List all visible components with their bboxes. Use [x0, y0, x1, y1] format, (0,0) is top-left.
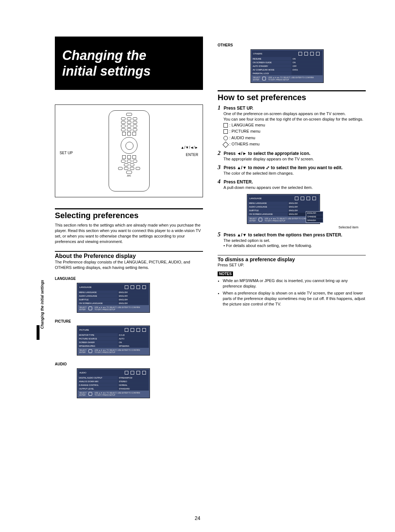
step3-num: 3 — [218, 164, 221, 170]
step5-desc2: • For details about each setting, see th… — [223, 243, 366, 248]
step4-title: Press ENTER. — [223, 179, 253, 185]
remote-body: JVC — [109, 110, 150, 191]
step3-title: Press ▲/▼ to move ⤢ to select the item y… — [223, 165, 342, 170]
page-title-block: Changing the initial settings — [55, 37, 203, 90]
step1-desc2: You can see four icons at the top right … — [223, 117, 366, 122]
side-tab-bar — [37, 325, 40, 340]
menu-language-dropdown: LANGUAGEMENU LANGUAGEENGLISHAUDIO LANGUA… — [247, 194, 320, 224]
menu-picture: PICTUREMONITOR TYPE4:3 LBPICTURE SOURCEA… — [77, 326, 150, 356]
step2-num: 2 — [218, 150, 221, 156]
notes-list: While an MP3/WMA or JPEG disc is inserte… — [223, 278, 366, 307]
heading-selecting-preferences: Selecting preferences — [55, 208, 203, 220]
heading-how-to-set: How to set preferences — [218, 90, 366, 102]
remote-diagram: SET UP ENTER ▲/▼/◄/► JVC — [55, 104, 203, 197]
remote-label-enter: ENTER — [186, 153, 198, 157]
label-audio: AUDIO — [55, 362, 203, 366]
notes-label: NOTES — [218, 271, 233, 276]
step4-desc: A pull-down menu appears over the select… — [223, 185, 366, 190]
note-item: When a preference display is shown on a … — [223, 290, 366, 307]
label-picture: PICTURE — [55, 319, 203, 323]
heading-about-preference: About the Preference display — [55, 251, 203, 259]
step5-title: Press ▲/▼ to select from the options the… — [223, 232, 342, 238]
page-number: 24 — [0, 515, 395, 521]
step1-num: 1 — [218, 104, 221, 111]
step1-title: Press SET UP. — [223, 106, 253, 111]
body-about-preference: The Preference display consists of the L… — [55, 259, 203, 270]
heading-dismiss: To dismiss a preference display — [218, 255, 366, 262]
step2-desc: The appropriate display appears on the T… — [223, 156, 366, 162]
step2-title: Press ◄/► to select the appropriate icon… — [223, 151, 310, 156]
side-tab-label: Changing the initial settings — [40, 280, 44, 329]
remote-brand: JVC — [109, 175, 149, 177]
menu-audio: AUDIODIGITAL AUDIO OUTPUTSTREAM/PCMANALO… — [77, 368, 150, 398]
others-icon — [223, 141, 229, 148]
remote-label-arrows: ▲/▼/◄/► — [181, 145, 198, 149]
label-language: LANGUAGE — [55, 277, 203, 281]
dropdown-caption: Selected item — [218, 225, 358, 229]
picture-icon — [223, 129, 228, 134]
remote-label-setup: SET UP — [60, 151, 73, 155]
icon-def-aud: : AUDIO menu — [229, 136, 255, 140]
menu-language: LANGUAGEMENU LANGUAGEENGLISHAUDIO LANGUA… — [77, 283, 150, 313]
step3-desc: The color of the selected item changes. — [223, 171, 366, 176]
note-item: While an MP3/WMA or JPEG disc is inserte… — [223, 278, 366, 289]
icon-def-oth: : OTHERS menu — [229, 142, 260, 146]
language-icon — [223, 123, 228, 128]
step4-num: 4 — [218, 178, 221, 185]
step5-num: 5 — [218, 231, 221, 238]
label-others: OTHERS — [218, 43, 366, 47]
icon-def-lang: : LANGUAGE menu — [229, 123, 265, 127]
body-selecting-preferences: This section refers to the settings whic… — [55, 223, 203, 244]
title-line2: initial settings — [62, 63, 196, 79]
audio-icon — [223, 136, 228, 140]
step1-desc1: One of the preference on-screen displays… — [223, 111, 366, 117]
step5-desc1: The selected option is set. — [223, 238, 366, 243]
body-dismiss: Press SET UP. — [218, 262, 366, 268]
icon-def-pic: : PICTURE menu — [229, 129, 260, 133]
title-line1: Changing the — [62, 48, 196, 63]
menu-others: OTHERSRESUMEONON SCREEN GUIDEONAUTO STAN… — [251, 49, 324, 83]
